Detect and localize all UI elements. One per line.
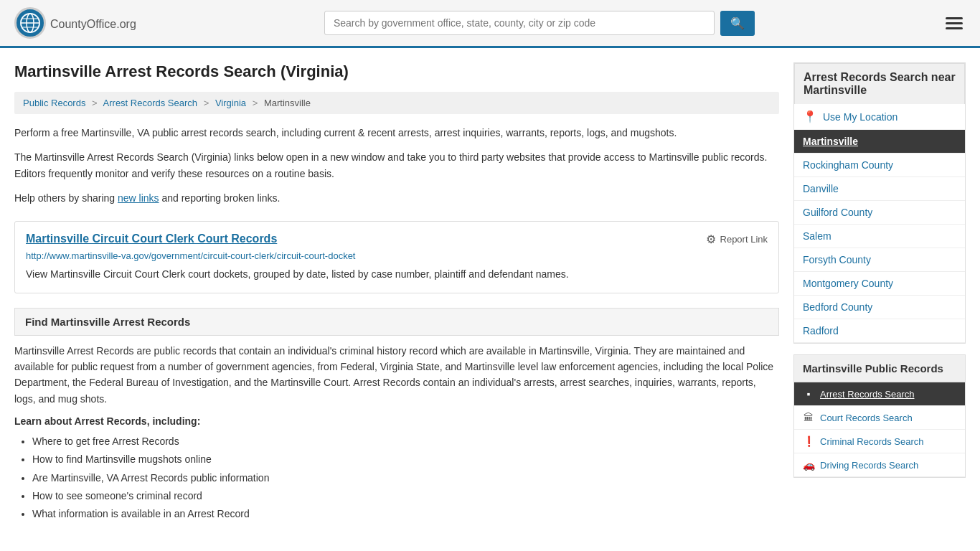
breadcrumb-virginia[interactable]: Virginia [215, 98, 246, 108]
logo-text: CountyOffice.org [50, 15, 136, 32]
arrest-records-icon: ▪ [803, 388, 814, 400]
page-title: Martinsville Arrest Records Search (Virg… [14, 62, 779, 81]
learn-item-4: What information is available in an Arre… [32, 505, 779, 523]
menu-line-1 [946, 17, 963, 19]
record-url[interactable]: http://www.martinsville-va.gov/governmen… [26, 250, 768, 261]
menu-line-2 [946, 22, 963, 24]
learn-item-3: How to see someone's criminal record [32, 487, 779, 505]
sidebar-location-link-4[interactable]: Salem [803, 230, 831, 242]
logo-brand: CountyOffice [50, 18, 116, 30]
sidebar-public-item-3[interactable]: 🚗 Driving Records Search [794, 453, 965, 477]
sidebar-location-6[interactable]: Montgomery County [794, 272, 965, 296]
search-area: 🔍 [324, 11, 755, 36]
sidebar-public-link-0[interactable]: Arrest Records Search [820, 389, 915, 400]
driving-records-icon: 🚗 [803, 459, 814, 471]
court-records-icon: 🏛 [803, 412, 814, 423]
record-description: View Martinsville Circuit Court Clerk co… [26, 267, 768, 282]
sidebar-location-7[interactable]: Bedford County [794, 296, 965, 319]
description-3: Help others by sharing new links and rep… [14, 190, 779, 206]
sidebar-location-8[interactable]: Radford [794, 319, 965, 343]
sidebar-location-4[interactable]: Salem [794, 225, 965, 248]
breadcrumb-arrest-records[interactable]: Arrest Records Search [103, 98, 198, 108]
learn-item-2: Are Martinsville, VA Arrest Records publ… [32, 469, 779, 487]
sidebar-location-link-1[interactable]: Rockingham County [803, 159, 893, 171]
learn-list: Where to get free Arrest Records How to … [14, 433, 779, 523]
main-container: Martinsville Arrest Records Search (Virg… [0, 48, 980, 537]
sidebar-public-title: Martinsville Public Records [794, 355, 965, 382]
description-2: The Martinsville Arrest Records Search (… [14, 149, 779, 182]
learn-item-0: Where to get free Arrest Records [32, 433, 779, 451]
sidebar-location-3[interactable]: Guilford County [794, 201, 965, 225]
sidebar: Arrest Records Search near Martinsville … [793, 62, 966, 523]
sidebar-location-link-8[interactable]: Radford [803, 325, 839, 336]
find-section-title: Find Martinsville Arrest Records [25, 316, 190, 328]
use-my-location-item[interactable]: 📍 Use My Location [794, 104, 965, 130]
sidebar-near-title: Arrest Records Search near Martinsville [794, 63, 965, 104]
sidebar-location-5[interactable]: Forsyth County [794, 248, 965, 272]
sidebar-location-0[interactable]: Martinsville [794, 130, 965, 154]
search-input[interactable] [324, 11, 715, 35]
sidebar-near-section: Arrest Records Search near Martinsville … [793, 62, 966, 344]
content-area: Martinsville Arrest Records Search (Virg… [14, 62, 779, 523]
description-1: Perform a free Martinsville, VA public a… [14, 125, 779, 141]
breadcrumb-sep-2: > [204, 98, 209, 108]
record-title-link[interactable]: Martinsville Circuit Court Clerk Court R… [26, 232, 277, 245]
sidebar-location-link-5[interactable]: Forsyth County [803, 254, 871, 265]
learn-title: Learn about Arrest Records, including: [14, 415, 779, 427]
report-link-button[interactable]: ⚙ Report Link [706, 232, 768, 246]
learn-item-1: How to find Martinsville mugshots online [32, 451, 779, 468]
header: CountyOffice.org 🔍 [0, 0, 980, 48]
logo-area: CountyOffice.org [14, 7, 136, 39]
sidebar-public-section: Martinsville Public Records ▪ Arrest Rec… [793, 354, 966, 478]
record-card: Martinsville Circuit Court Clerk Court R… [14, 221, 779, 293]
sidebar-public-link-2[interactable]: Criminal Records Search [820, 436, 924, 447]
breadcrumb: Public Records > Arrest Records Search >… [14, 92, 779, 114]
logo-icon [14, 7, 46, 39]
sidebar-location-link-7[interactable]: Bedford County [803, 301, 872, 313]
criminal-records-icon: ❗ [803, 435, 814, 447]
desc3-prefix: Help others by sharing [14, 192, 118, 204]
sidebar-public-link-3[interactable]: Driving Records Search [820, 460, 918, 471]
sidebar-public-link-1[interactable]: Court Records Search [820, 413, 913, 423]
find-section-body: Martinsville Arrest Records are public r… [14, 343, 779, 408]
new-links-link[interactable]: new links [118, 192, 159, 204]
breadcrumb-sep-1: > [92, 98, 98, 108]
sidebar-location-2[interactable]: Danville [794, 177, 965, 201]
breadcrumb-sep-3: > [253, 98, 258, 108]
sidebar-location-link-0[interactable]: Martinsville [803, 136, 858, 147]
report-label: Report Link [720, 234, 768, 245]
find-section-header: Find Martinsville Arrest Records [14, 308, 779, 336]
logo-suffix: .org [116, 18, 136, 30]
sidebar-location-1[interactable]: Rockingham County [794, 154, 965, 177]
menu-line-3 [946, 27, 963, 29]
sidebar-location-link-2[interactable]: Danville [803, 183, 839, 194]
sidebar-near-title-text: Arrest Records Search near Martinsville [804, 71, 956, 96]
record-card-header: Martinsville Circuit Court Clerk Court R… [26, 232, 768, 246]
sidebar-location-link-6[interactable]: Montgomery County [803, 278, 893, 289]
sidebar-public-item-1[interactable]: 🏛 Court Records Search [794, 406, 965, 430]
sidebar-public-item-0[interactable]: ▪ Arrest Records Search [794, 382, 965, 406]
pin-icon: 📍 [803, 110, 817, 123]
breadcrumb-martinsville: Martinsville [264, 98, 311, 108]
report-icon: ⚙ [706, 232, 716, 246]
use-my-location-link[interactable]: Use My Location [823, 111, 897, 123]
sidebar-location-link-3[interactable]: Guilford County [803, 207, 872, 218]
breadcrumb-public-records[interactable]: Public Records [23, 98, 85, 108]
search-button[interactable]: 🔍 [720, 11, 755, 36]
desc3-suffix: and reporting broken links. [159, 192, 281, 204]
hamburger-menu-button[interactable] [943, 14, 966, 32]
sidebar-public-item-2[interactable]: ❗ Criminal Records Search [794, 430, 965, 453]
